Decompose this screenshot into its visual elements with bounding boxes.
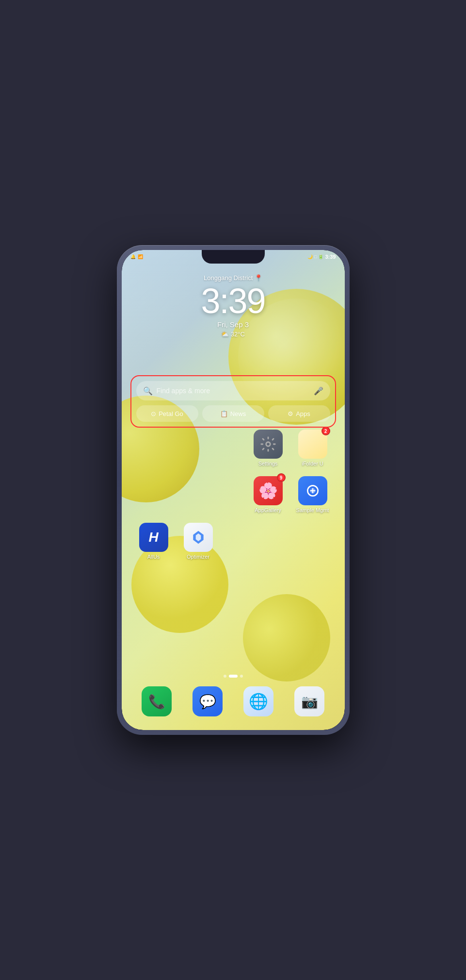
location-text: Longgang District 📍 — [122, 274, 345, 282]
search-tabs: ⊙ Petal Go 📋 News ⚙ Apps — [136, 405, 330, 422]
phone-frame: 🔔 📶 🌙 □ 🔋 3:39 Longgang District 📍 3:39 — [117, 245, 350, 735]
dock-row: 📞 💬 🌐 📷 — [131, 686, 335, 716]
petal-go-label: Petal Go — [159, 410, 183, 417]
page-dot-3 — [240, 675, 243, 678]
moon-icon: 🌙 — [307, 254, 313, 259]
sample-label: Sample Mgmt — [296, 507, 329, 513]
apps-icon: ⚙ — [288, 410, 293, 417]
weather-temp: ⛅ 32°C — [122, 331, 345, 338]
page-indicator — [122, 675, 345, 678]
clock-area: Longgang District 📍 3:39 Fri, Sep 3 ⛅ 32… — [122, 274, 345, 338]
appgallery-badge: 9 — [277, 473, 286, 482]
search-bar-inner[interactable]: 🔍 Find apps & more 🎤 — [143, 386, 323, 396]
notch — [202, 250, 265, 264]
folder-badge: 2 — [321, 427, 330, 435]
weather-icon: ⛅ — [221, 331, 229, 338]
apps-area: Settings — [122, 430, 345, 569]
camera-icon: 📷 — [301, 694, 318, 710]
wifi-icon: 📶 — [138, 254, 143, 259]
search-bar[interactable]: 🔍 Find apps & more 🎤 — [136, 381, 330, 400]
tab-petal-go[interactable]: ⊙ Petal Go — [136, 405, 198, 422]
svg-point-0 — [266, 442, 270, 447]
allus-label: AllUs — [147, 554, 160, 560]
app-settings[interactable]: Settings — [251, 430, 286, 466]
search-icon: 🔍 — [143, 386, 153, 396]
settings-label: Settings — [258, 461, 278, 466]
sim-icon: 🔔 — [130, 254, 136, 259]
apps-label: Apps — [296, 410, 310, 417]
clock-date: Fri, Sep 3 — [122, 320, 345, 329]
app-allus[interactable]: H AllUs — [136, 523, 171, 560]
phone-screen: 🔔 📶 🌙 □ 🔋 3:39 Longgang District 📍 3:39 — [122, 250, 345, 730]
optimizer-icon — [184, 523, 213, 552]
news-label: News — [230, 410, 246, 417]
apps-row-2: 🌸 9 AppGallery Samp — [136, 476, 330, 513]
apps-row-1: Settings — [136, 430, 330, 466]
app-folder[interactable]: 2 iFolder U — [295, 430, 330, 466]
apps-row-3: H AllUs Optimizer — [136, 523, 330, 560]
battery-save-icon: □ — [314, 254, 317, 259]
app-appgallery[interactable]: 🌸 9 AppGallery — [251, 476, 286, 513]
screen: 🔔 📶 🌙 □ 🔋 3:39 Longgang District 📍 3:39 — [122, 250, 345, 730]
location-pin-icon: 📍 — [255, 274, 262, 282]
mic-icon[interactable]: 🎤 — [314, 386, 323, 396]
clock-display: 3:39 — [122, 283, 345, 318]
dock: 📞 💬 🌐 📷 — [122, 686, 345, 716]
page-dot-2 — [229, 675, 238, 678]
folder-label: iFolder U — [302, 461, 323, 466]
phone-icon: 📞 — [148, 694, 165, 710]
messages-icon: 💬 — [199, 694, 216, 710]
battery-icon: 🔋 — [318, 254, 323, 259]
search-placeholder-text: Find apps & more — [157, 387, 314, 395]
browser-icon: 🌐 — [249, 692, 268, 711]
petal-go-icon: ⊙ — [151, 410, 156, 417]
tab-news[interactable]: 📋 News — [202, 405, 264, 422]
dock-app-camera[interactable]: 📷 — [294, 686, 324, 716]
news-icon: 📋 — [220, 410, 228, 417]
appgallery-label: AppGallery — [255, 507, 281, 513]
dock-app-messages[interactable]: 💬 — [193, 686, 223, 716]
folder-icon: 2 — [298, 430, 327, 459]
page-dot-1 — [224, 675, 226, 678]
dock-app-browser[interactable]: 🌐 — [243, 686, 273, 716]
settings-icon — [254, 430, 283, 459]
app-sample-mgmt[interactable]: Sample Mgmt — [295, 476, 330, 513]
allus-icon: H — [139, 523, 168, 552]
status-right: 🌙 □ 🔋 3:39 — [307, 254, 336, 260]
dock-app-phone[interactable]: 📞 — [142, 686, 172, 716]
status-time: 3:39 — [325, 254, 336, 260]
sample-icon — [298, 476, 327, 505]
search-widget: 🔍 Find apps & more 🎤 ⊙ Petal Go 📋 News — [130, 375, 336, 428]
app-optimizer[interactable]: Optimizer — [181, 523, 216, 560]
status-left: 🔔 📶 — [130, 254, 143, 259]
tab-apps[interactable]: ⚙ Apps — [268, 405, 330, 422]
optimizer-label: Optimizer — [187, 554, 209, 560]
appgallery-icon: 🌸 9 — [254, 476, 283, 505]
